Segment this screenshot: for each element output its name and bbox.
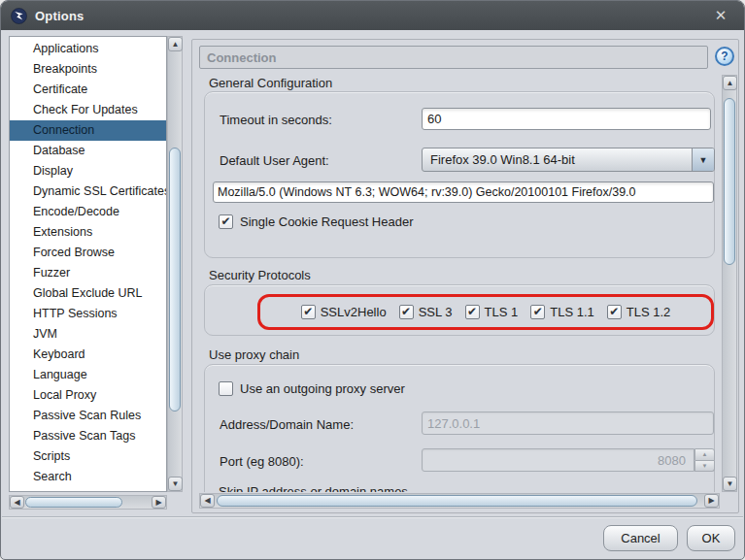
footer-divider [2,516,743,517]
cancel-button[interactable]: Cancel [603,525,678,551]
address-input [422,412,714,435]
sidebar-item-search[interactable]: Search [10,467,166,487]
sidebar-item-global-exclude-url[interactable]: Global Exclude URL [10,283,166,304]
sidebar-item-forced-browse[interactable]: Forced Browse [10,243,166,263]
scrollbar-thumb[interactable] [724,98,735,265]
sidebar-item-applications[interactable]: Applications [10,39,166,59]
scrollbar-thumb[interactable] [217,495,697,507]
window-title: Options [35,9,85,23]
panel-title-field: Connection [199,46,708,69]
timeout-label: Timeout in seconds: [220,113,332,127]
settings-scrollview: General Configuration Timeout in seconds… [199,72,720,492]
address-label: Address/Domain Name: [220,417,354,432]
scrollbar-thumb[interactable] [169,148,181,412]
port-spinner: ▲ ▼ [694,448,715,472]
connection-settings-panel: Connection ? General Configuration Timeo… [191,39,739,513]
use-proxy-chain-title: Use proxy chain [209,347,299,362]
checkbox-icon [399,305,414,319]
user-agent-label: Default User Agent: [220,153,329,168]
sidebar-item-check-for-updates[interactable]: Check For Updates [10,100,166,120]
single-cookie-checkbox[interactable]: Single Cookie Request Header [219,214,414,229]
sidebar-item-keyboard[interactable]: Keyboard [10,345,166,365]
sidebar-horizontal-scrollbar[interactable]: ◀ ▶ [9,495,167,510]
sidebar-item-jvm[interactable]: JVM [10,324,166,345]
skip-names-clipped-label: Skip IP address or domain names [219,484,626,492]
protocol-label: TLS 1.1 [550,305,594,319]
spinner-up-icon: ▲ [694,448,715,461]
timeout-input[interactable] [422,108,711,130]
checkbox-icon [301,305,316,319]
spinner-down-icon: ▼ [694,461,715,473]
sidebar-item-breakpoints[interactable]: Breakpoints [10,59,166,80]
scroll-right-icon[interactable]: ▶ [152,496,166,509]
sidebar-item-connection[interactable]: Connection [10,120,166,141]
protocol-label: SSLv2Hello [321,305,387,319]
protocol-checkbox-tls-1[interactable]: TLS 1 [465,305,519,319]
checkbox-icon [607,305,622,319]
checkbox-icon [530,305,545,319]
sidebar-item-extensions[interactable]: Extensions [10,222,166,243]
sidebar-item-dynamic-ssl-certificates[interactable]: Dynamic SSL Certificates [10,181,166,202]
security-protocols-title: Security Protocols [209,268,311,282]
scroll-up-icon[interactable]: ▲ [723,76,737,90]
sidebar-list: ApplicationsBreakpointsCertificateCheck … [9,36,167,492]
protocol-checkbox-tls-1-2[interactable]: TLS 1.2 [607,305,671,319]
sidebar-item-passive-scan-tags[interactable]: Passive Scan Tags [10,426,166,446]
chevron-down-icon[interactable]: ▼ [692,148,714,171]
sidebar-item-certificate[interactable]: Certificate [10,80,166,100]
panel-horizontal-scrollbar[interactable]: ◀ ▶ [199,493,720,509]
protocol-label: SSL 3 [419,305,453,319]
general-configuration-title: General Configuration [209,76,332,90]
use-proxy-chain-group: Use an outgoing proxy server Address/Dom… [204,364,715,492]
protocol-checkbox-sslv2hello[interactable]: SSLv2Hello [301,305,387,319]
port-input [422,448,694,472]
titlebar: Options ✕ [1,1,744,30]
scroll-left-icon[interactable]: ◀ [10,496,24,509]
sidebar-item-passive-scan-rules[interactable]: Passive Scan Rules [10,406,166,426]
sidebar-item-http-sessions[interactable]: HTTP Sessions [10,304,166,324]
checkbox-icon [219,381,233,396]
user-agent-string-input[interactable] [213,181,714,203]
panel-vertical-scrollbar[interactable]: ▲ ▼ [722,75,737,492]
scroll-down-icon[interactable]: ▼ [168,477,183,491]
sidebar-item-scripts[interactable]: Scripts [10,446,166,467]
sidebar-vertical-scrollbar[interactable]: ▲ ▼ [167,36,183,492]
options-dialog: Options ✕ ApplicationsBreakpointsCertifi… [0,0,745,560]
checkbox-icon [465,305,480,319]
sidebar-item-fuzzer[interactable]: Fuzzer [10,263,166,283]
protocol-label: TLS 1.2 [626,305,671,319]
outgoing-proxy-checkbox[interactable]: Use an outgoing proxy server [219,381,405,396]
sidebar-item-display[interactable]: Display [10,161,166,181]
scroll-up-icon[interactable]: ▲ [168,37,183,51]
protocols-row: SSLv2HelloSSL 3TLS 1TLS 1.1TLS 1.2 [257,294,714,330]
sidebar-item-database[interactable]: Database [10,141,166,161]
help-icon[interactable]: ? [715,47,734,66]
scroll-right-icon[interactable]: ▶ [704,494,719,508]
sidebar-item-encode-decode[interactable]: Encode/Decode [10,202,166,222]
port-label: Port (eg 8080): [220,454,304,469]
close-icon[interactable]: ✕ [703,1,738,30]
scroll-left-icon[interactable]: ◀ [200,494,215,508]
scrollbar-thumb[interactable] [25,497,122,508]
outgoing-proxy-label: Use an outgoing proxy server [240,381,405,396]
protocol-checkbox-tls-1-1[interactable]: TLS 1.1 [530,305,594,319]
user-agent-selected-value: Firefox 39.0 Win8.1 64-bit [423,152,692,167]
zap-app-icon [11,8,27,24]
sidebar-item-language[interactable]: Language [10,365,166,385]
protocol-checkbox-ssl-3[interactable]: SSL 3 [399,305,453,319]
user-agent-dropdown[interactable]: Firefox 39.0 Win8.1 64-bit ▼ [422,148,715,172]
scroll-down-icon[interactable]: ▼ [723,477,737,491]
general-configuration-group: Timeout in seconds: Default User Agent: … [204,91,715,258]
ok-button[interactable]: OK [687,525,735,551]
security-protocols-group: SSLv2HelloSSL 3TLS 1TLS 1.1TLS 1.2 [204,284,715,336]
sidebar-item-local-proxy[interactable]: Local Proxy [10,385,166,406]
checkbox-icon [219,214,233,229]
single-cookie-label: Single Cookie Request Header [240,214,414,229]
protocol-label: TLS 1 [485,305,519,319]
